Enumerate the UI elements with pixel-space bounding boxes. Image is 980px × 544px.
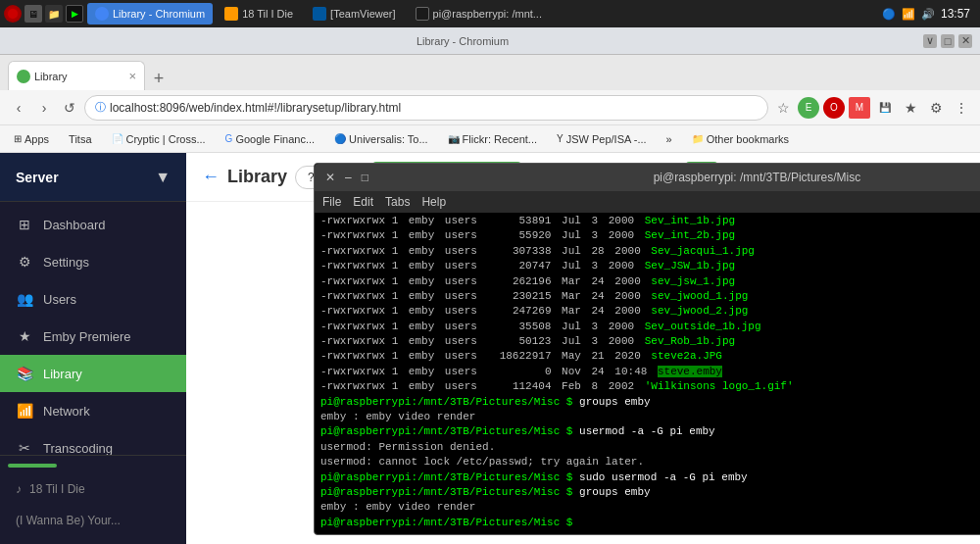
reload-button[interactable]: ↺ bbox=[59, 97, 80, 119]
emby-page-title: Library bbox=[227, 167, 287, 187]
nav-network-label: Network bbox=[43, 404, 90, 419]
terminal-tab-icon bbox=[416, 7, 429, 21]
server-label: Server bbox=[16, 170, 59, 185]
taskbar-tab-folder-label: 18 Til I Die bbox=[242, 8, 293, 20]
terminal-menubar: File Edit Tabs Help bbox=[315, 191, 980, 213]
file-perms: -rwxrwxrwx bbox=[320, 245, 385, 257]
file-perms: -rwxrwxrwx bbox=[320, 350, 385, 362]
file-perms: -rwxrwxrwx bbox=[320, 305, 385, 317]
other-bookmarks-folder-icon: 📁 bbox=[692, 133, 704, 144]
file-entry: -rwxrwxrwx 1 emby users 0 Nov 24 10:48 s… bbox=[320, 365, 980, 379]
emby-ext-btn[interactable]: E bbox=[798, 97, 819, 119]
gmail-btn[interactable]: M bbox=[849, 97, 870, 119]
folder-icon[interactable]: 📁 bbox=[45, 5, 63, 23]
terminal-window-controls[interactable]: ✕ – □ bbox=[322, 171, 371, 184]
address-bar[interactable]: ⓘ localhost:8096/web/index.html#!/librar… bbox=[84, 95, 768, 121]
nav-users[interactable]: 👥 Users bbox=[0, 280, 186, 318]
settings-icon: ⚙ bbox=[16, 254, 33, 270]
bookmark-titsa-label: Titsa bbox=[69, 133, 91, 145]
browser-tabs-row: Library × + bbox=[0, 55, 980, 90]
bookmark-universalis-label: Universalis: To... bbox=[349, 133, 428, 145]
file-perms: -rwxrwxrwx bbox=[320, 335, 385, 347]
save-btn[interactable]: 💾 bbox=[874, 97, 896, 119]
file-entry: -rwxrwxrwx 1 emby users 230215 Mar 24 20… bbox=[320, 289, 980, 304]
back-button[interactable]: ‹ bbox=[8, 97, 29, 119]
jsw-icon: Y bbox=[557, 133, 564, 144]
bluetooth-icon: 🔵 bbox=[882, 8, 896, 21]
terminal-menu-help[interactable]: Help bbox=[421, 195, 446, 209]
new-tab-button[interactable]: + bbox=[147, 67, 171, 90]
bookmarks-star-btn2[interactable]: ★ bbox=[900, 97, 921, 119]
file-entry: -rwxrwxrwx 1 emby users 53891 Jul 3 2000… bbox=[320, 214, 980, 228]
terminal-body[interactable]: -rwxrwxrwx 1 emby users 372315 Mar 24 20… bbox=[315, 213, 980, 534]
browser-titlebar: Library - Chromium ∨ □ ✕ bbox=[0, 27, 980, 55]
window-controls[interactable]: ∨ □ ✕ bbox=[923, 34, 972, 48]
adblock-btn[interactable]: O bbox=[823, 97, 845, 119]
file-entry: -rwxrwxrwx 1 emby users 262196 Mar 24 20… bbox=[320, 274, 980, 289]
win-close-btn[interactable]: ✕ bbox=[958, 34, 972, 48]
os-taskbar: 🖥 📁 ▶ Library - Chromium 18 Til I Die [T… bbox=[0, 0, 980, 27]
bookmark-universalis[interactable]: 🔵 Universalis: To... bbox=[328, 131, 434, 147]
terminal-menu-tabs[interactable]: Tabs bbox=[385, 195, 410, 209]
files-icon[interactable]: 🖥 bbox=[24, 5, 42, 23]
browser-title-text: Library - Chromium bbox=[8, 35, 917, 47]
bookmark-jsw[interactable]: Y JSW Pep/ISA -... bbox=[551, 131, 653, 147]
lock-icon: ⓘ bbox=[95, 100, 106, 115]
taskbar-tab-chromium-label: Library - Chromium bbox=[113, 8, 205, 20]
sidebar-collapse-btn[interactable]: ▼ bbox=[155, 169, 171, 186]
tab-close-btn[interactable]: × bbox=[128, 69, 136, 83]
nav-dashboard[interactable]: ⊞ Dashboard bbox=[0, 206, 186, 243]
raspberry-icon[interactable] bbox=[4, 5, 22, 23]
browser-tab-library[interactable]: Library × bbox=[8, 61, 145, 90]
nav-dashboard-label: Dashboard bbox=[43, 218, 106, 232]
terminal-maximize-btn[interactable]: □ bbox=[359, 171, 371, 184]
flickr-icon: 📷 bbox=[448, 133, 460, 144]
nav-network[interactable]: 📶 Network bbox=[0, 392, 186, 429]
terminal-icon[interactable]: ▶ bbox=[66, 5, 83, 23]
terminal-close-btn[interactable]: ✕ bbox=[322, 171, 338, 184]
nav-settings[interactable]: ⚙ Settings bbox=[0, 243, 186, 280]
emby-back-button[interactable]: ← bbox=[202, 167, 220, 187]
extensions-btn[interactable]: ⚙ bbox=[925, 97, 947, 119]
bookmark-apps[interactable]: ⊞ Apps bbox=[8, 131, 55, 147]
bookmark-other[interactable]: 📁 Other bookmarks bbox=[686, 131, 795, 147]
taskbar-tab-chromium[interactable]: Library - Chromium bbox=[87, 3, 213, 25]
now-playing-title: ♪ 18 Til I Die bbox=[8, 473, 178, 505]
bookmark-titsa[interactable]: Titsa bbox=[63, 131, 97, 147]
file-perms: -rwxrwxrwx bbox=[320, 260, 385, 272]
nav-transcoding-label: Transcoding bbox=[43, 441, 113, 456]
transcoding-icon: ✂ bbox=[16, 440, 33, 455]
universalis-icon: 🔵 bbox=[334, 133, 346, 144]
nav-emby-premiere[interactable]: ★ Emby Premiere bbox=[0, 318, 186, 355]
taskbar-tab-teamviewer[interactable]: [TeamViewer] bbox=[305, 3, 403, 25]
bookmark-google-finance[interactable]: G Google Financ... bbox=[220, 131, 321, 147]
terminal-output-line: emby : emby video render bbox=[320, 410, 980, 424]
taskbar-tab-terminal[interactable]: pi@raspberrypi: /mnt... bbox=[408, 3, 550, 25]
bottom-track-label: 18 Til I Die bbox=[29, 482, 85, 496]
bookmark-flickr[interactable]: 📷 Flickr: Recent... bbox=[442, 131, 543, 147]
menu-btn[interactable]: ⋮ bbox=[951, 97, 972, 119]
progress-indicator bbox=[8, 464, 57, 468]
bottom-track-subtitle: (I Wanna Be) Your... bbox=[16, 514, 121, 527]
forward-button[interactable]: › bbox=[33, 97, 55, 119]
terminal-menu-edit[interactable]: Edit bbox=[353, 195, 373, 209]
taskbar-tab-18tildiedie[interactable]: 18 Til I Die bbox=[217, 3, 301, 25]
nav-library[interactable]: 📚 Library bbox=[0, 355, 186, 392]
bookmark-star-btn[interactable]: ☆ bbox=[772, 97, 794, 119]
terminal-menu-file[interactable]: File bbox=[322, 195, 341, 209]
terminal-window[interactable]: ✕ – □ pi@raspberrypi: /mnt/3TB/Pictures/… bbox=[314, 163, 980, 535]
bookmark-cryptic-label: Cryptic | Cross... bbox=[126, 133, 206, 145]
emby-sidebar: Server ▼ ⊞ Dashboard ⚙ Settings 👥 Users … bbox=[0, 153, 186, 544]
file-entry: -rwxrwxrwx 1 emby users 112404 Feb 8 200… bbox=[320, 379, 980, 394]
nav-premiere-label: Emby Premiere bbox=[43, 329, 131, 344]
win-maximize-btn[interactable]: □ bbox=[941, 34, 955, 48]
app-area: Server ▼ ⊞ Dashboard ⚙ Settings 👥 Users … bbox=[0, 153, 980, 544]
terminal-prompt-line: pi@raspberrypi:/mnt/3TB/Pictures/Misc $ … bbox=[320, 485, 980, 500]
bookmark-cryptic[interactable]: 📄 Cryptic | Cross... bbox=[106, 131, 212, 147]
terminal-minimize-btn[interactable]: – bbox=[342, 171, 355, 184]
win-minimize-btn[interactable]: ∨ bbox=[923, 34, 937, 48]
bookmark-more[interactable]: » bbox=[661, 131, 678, 147]
bookmark-more-label: » bbox=[666, 133, 672, 145]
terminal-title: pi@raspberrypi: /mnt/3TB/Pictures/Misc bbox=[371, 171, 980, 184]
nav-transcoding[interactable]: ✂ Transcoding bbox=[0, 429, 186, 455]
